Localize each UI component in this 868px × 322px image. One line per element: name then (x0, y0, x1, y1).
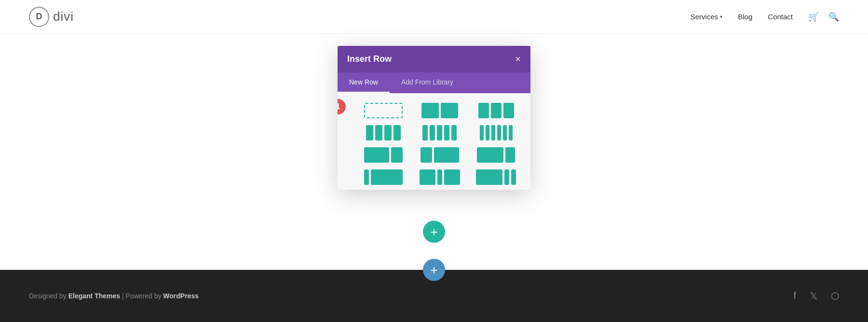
nav-item-services[interactable]: Services ▾ (691, 13, 723, 21)
col-block (503, 125, 507, 140)
layout-row4b[interactable] (415, 169, 465, 185)
col-block (497, 125, 501, 140)
site-footer: + Designed by Elegant Themes | Powered b… (0, 270, 868, 322)
layout-wide-narrow-wide[interactable] (471, 147, 521, 163)
instagram-icon[interactable]: ⬡ (831, 290, 839, 302)
layout-6col[interactable] (471, 125, 521, 140)
col-block (430, 125, 435, 140)
main-nav: Services ▾ Blog Contact 🛒 🔍 (691, 12, 839, 22)
tab-new-row[interactable]: New Row (338, 72, 390, 93)
col-block (384, 125, 392, 140)
col-block (486, 125, 489, 140)
modal-body: 1 (338, 93, 530, 190)
layout-4col[interactable] (359, 125, 408, 140)
col-block (364, 147, 389, 163)
elegant-themes-link[interactable]: Elegant Themes (68, 292, 120, 300)
col-block (491, 103, 502, 118)
col-block (420, 147, 432, 163)
col-block (364, 103, 403, 118)
col-block (444, 125, 449, 140)
col-block (437, 125, 442, 140)
search-icon[interactable]: 🔍 (828, 12, 839, 22)
wordpress-link[interactable]: WordPress (163, 292, 199, 300)
cart-icon[interactable]: 🛒 (808, 12, 819, 22)
col-block (421, 103, 439, 118)
col-block (364, 169, 369, 185)
step-badge: 1 (338, 99, 346, 114)
layout-row4a[interactable] (359, 169, 408, 185)
col-block (391, 147, 403, 163)
nav-item-contact[interactable]: Contact (768, 13, 793, 21)
col-block (505, 147, 515, 163)
col-block (437, 169, 442, 185)
row-options-grid (347, 103, 521, 185)
modal-title: Insert Row (347, 54, 392, 64)
col-block (477, 147, 503, 163)
chevron-down-icon: ▾ (720, 14, 722, 19)
twitter-icon[interactable]: 𝕏 (810, 290, 817, 302)
social-links: f 𝕏 ⬡ (793, 290, 839, 302)
col-block (422, 125, 428, 140)
layout-5col[interactable] (415, 125, 465, 140)
facebook-icon[interactable]: f (793, 290, 796, 302)
footer-separator: | Powered by (120, 292, 163, 300)
modal-tabs: New Row Add From Library (338, 72, 530, 93)
modal-overlay: Insert Row × New Row Add From Library 1 (0, 34, 868, 232)
add-section-button[interactable]: + (423, 259, 445, 281)
col-block (480, 125, 484, 140)
layout-1col[interactable] (359, 103, 408, 118)
col-block (393, 125, 401, 140)
col-block (491, 125, 495, 140)
insert-row-modal: Insert Row × New Row Add From Library 1 (338, 46, 530, 190)
modal-header: Insert Row × (338, 46, 530, 72)
logo-icon: D (29, 7, 49, 27)
close-icon[interactable]: × (515, 54, 521, 65)
logo[interactable]: D divi (29, 7, 74, 27)
col-block (503, 103, 514, 118)
col-block (476, 169, 502, 185)
col-block (371, 169, 403, 185)
col-block (511, 169, 516, 185)
col-block (504, 169, 509, 185)
col-block (441, 103, 458, 118)
col-block (434, 147, 459, 163)
main-content: Insert Row × New Row Add From Library 1 (0, 34, 868, 232)
col-block (478, 103, 489, 118)
layout-3col[interactable] (471, 103, 521, 118)
nav-icons: 🛒 🔍 (808, 12, 839, 22)
footer-credit: Designed by Elegant Themes | Powered by … (29, 292, 199, 300)
col-block (509, 125, 513, 140)
col-block (375, 125, 382, 140)
col-block (444, 169, 460, 185)
site-header: D divi Services ▾ Blog Contact 🛒 🔍 (0, 0, 868, 34)
col-block (366, 125, 373, 140)
layout-2col[interactable] (415, 103, 465, 118)
footer-prefix: Designed by (29, 292, 68, 300)
col-block (451, 125, 457, 140)
tab-add-from-library[interactable]: Add From Library (390, 72, 465, 93)
logo-text: divi (53, 9, 74, 24)
layout-2-3-col[interactable] (359, 147, 408, 163)
layout-row4c[interactable] (471, 169, 521, 185)
layout-3-2-col[interactable] (415, 147, 465, 163)
col-block (420, 169, 435, 185)
nav-item-blog[interactable]: Blog (738, 13, 752, 21)
